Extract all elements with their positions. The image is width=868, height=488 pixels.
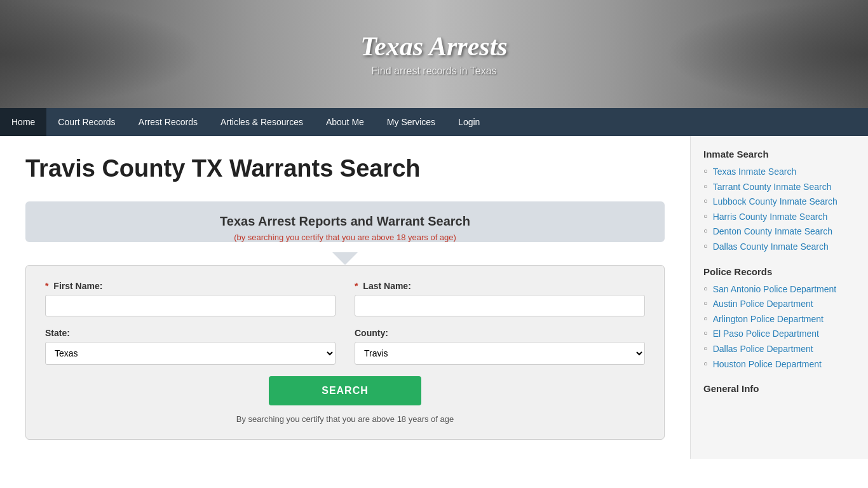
link-san-antonio-pd[interactable]: San Antonio Police Department bbox=[713, 283, 837, 296]
sidebar: Inmate Search Texas Inmate Search Tarran… bbox=[690, 136, 868, 459]
link-austin-pd[interactable]: Austin Police Department bbox=[713, 298, 813, 311]
first-name-input[interactable] bbox=[45, 295, 336, 316]
nav-about-me[interactable]: About Me bbox=[315, 108, 376, 136]
last-name-label: * Last Name: bbox=[355, 281, 645, 291]
list-item: Arlington Police Department bbox=[703, 313, 855, 326]
list-item: Lubbock County Inmate Search bbox=[703, 196, 855, 208]
required-star-first: * bbox=[45, 281, 48, 291]
search-box-title: Texas Arrest Reports and Warrant Search bbox=[44, 214, 646, 229]
county-label: County: bbox=[355, 328, 645, 338]
nav-arrest-records[interactable]: Arrest Records bbox=[127, 108, 209, 136]
sidebar-police-records-title: Police Records bbox=[703, 266, 855, 277]
list-item: San Antonio Police Department bbox=[703, 283, 855, 296]
list-item: Dallas County Inmate Search bbox=[703, 241, 855, 254]
last-name-input[interactable] bbox=[355, 295, 645, 316]
main-content: Travis County TX Warrants Search Texas A… bbox=[0, 136, 690, 459]
site-subtitle: Find arrest records in Texas bbox=[360, 65, 507, 77]
form-note: By searching you certify that you are ab… bbox=[45, 414, 645, 424]
link-harris-county-inmate-search[interactable]: Harris County Inmate Search bbox=[713, 211, 828, 224]
search-box-header: Texas Arrest Reports and Warrant Search … bbox=[25, 201, 665, 242]
location-row: State: Texas County: Travis bbox=[45, 328, 645, 365]
list-item: El Paso Police Department bbox=[703, 328, 855, 341]
nav-my-services[interactable]: My Services bbox=[376, 108, 447, 136]
sidebar-inmate-search-list: Texas Inmate Search Tarrant County Inmat… bbox=[703, 166, 855, 254]
link-tarrant-county-inmate-search[interactable]: Tarrant County Inmate Search bbox=[713, 181, 832, 194]
link-arlington-pd[interactable]: Arlington Police Department bbox=[713, 313, 824, 326]
sidebar-general-info-title: General Info bbox=[703, 383, 855, 394]
first-name-group: * First Name: bbox=[45, 281, 336, 316]
list-item: Austin Police Department bbox=[703, 298, 855, 311]
county-group: County: Travis bbox=[355, 328, 645, 365]
site-title: Texas Arrests bbox=[360, 31, 507, 62]
link-texas-inmate-search[interactable]: Texas Inmate Search bbox=[713, 166, 797, 179]
main-container: Travis County TX Warrants Search Texas A… bbox=[0, 136, 868, 459]
link-dallas-pd[interactable]: Dallas Police Department bbox=[713, 343, 813, 356]
hands-right-decoration bbox=[665, 0, 868, 108]
required-star-last: * bbox=[355, 281, 358, 291]
link-houston-pd[interactable]: Houston Police Department bbox=[713, 358, 822, 371]
nav-login[interactable]: Login bbox=[447, 108, 491, 136]
link-denton-county-inmate-search[interactable]: Denton County Inmate Search bbox=[713, 226, 832, 238]
sidebar-police-records-list: San Antonio Police Department Austin Pol… bbox=[703, 283, 855, 371]
list-item: Dallas Police Department bbox=[703, 343, 855, 356]
list-item: Harris County Inmate Search bbox=[703, 211, 855, 224]
nav-court-records[interactable]: Court Records bbox=[46, 108, 126, 136]
site-header: Texas Arrests Find arrest records in Tex… bbox=[0, 0, 868, 108]
list-item: Houston Police Department bbox=[703, 358, 855, 371]
list-item: Denton County Inmate Search bbox=[703, 226, 855, 238]
search-box-arrow bbox=[332, 252, 358, 265]
hands-left-decoration bbox=[0, 0, 203, 108]
link-el-paso-pd[interactable]: El Paso Police Department bbox=[713, 328, 819, 341]
name-row: * First Name: * Last Name: bbox=[45, 281, 645, 316]
last-name-group: * Last Name: bbox=[355, 281, 645, 316]
header-content: Texas Arrests Find arrest records in Tex… bbox=[360, 31, 507, 77]
search-button[interactable]: SEARCH bbox=[269, 376, 421, 405]
main-nav: Home Court Records Arrest Records Articl… bbox=[0, 108, 868, 136]
page-title: Travis County TX Warrants Search bbox=[25, 155, 665, 182]
search-form-wrapper: * First Name: * Last Name: State: bbox=[25, 265, 665, 440]
list-item: Tarrant County Inmate Search bbox=[703, 181, 855, 194]
first-name-label: * First Name: bbox=[45, 281, 336, 291]
nav-home[interactable]: Home bbox=[0, 108, 46, 136]
state-label: State: bbox=[45, 328, 336, 338]
link-dallas-county-inmate-search[interactable]: Dallas County Inmate Search bbox=[713, 241, 829, 254]
state-select[interactable]: Texas bbox=[45, 342, 336, 365]
search-disclaimer: (by searching you certify that you are a… bbox=[44, 233, 646, 242]
list-item: Texas Inmate Search bbox=[703, 166, 855, 179]
link-lubbock-county-inmate-search[interactable]: Lubbock County Inmate Search bbox=[713, 196, 837, 208]
county-select[interactable]: Travis bbox=[355, 342, 645, 365]
state-group: State: Texas bbox=[45, 328, 336, 365]
nav-articles-resources[interactable]: Articles & Resources bbox=[209, 108, 315, 136]
sidebar-inmate-search-title: Inmate Search bbox=[703, 149, 855, 159]
